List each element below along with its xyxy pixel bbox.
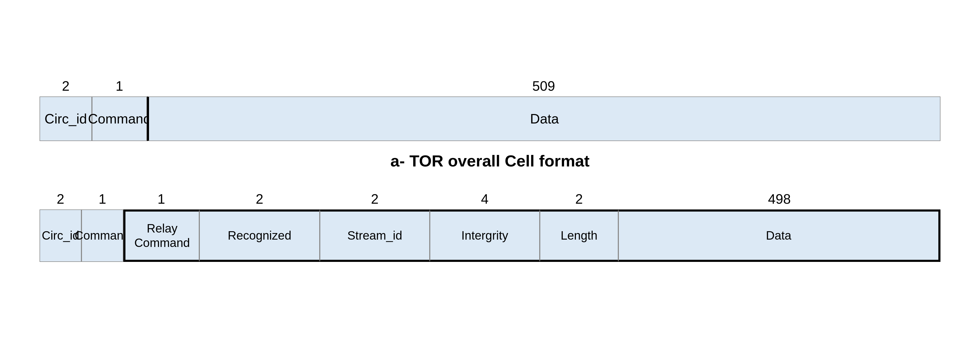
top-command-cell: Command bbox=[92, 96, 147, 141]
top-circ-id-bits-label: 2 bbox=[40, 78, 92, 94]
bot-integrity-bits-label: 4 bbox=[430, 191, 540, 207]
bot-stream-id-bits-label: 2 bbox=[320, 191, 430, 207]
top-circ-id-cell: Circ_id bbox=[40, 96, 92, 141]
bot-stream-id-cell: Stream_id bbox=[320, 209, 430, 262]
bot-data-bits-label: 498 bbox=[618, 191, 940, 207]
top-command-bits-label: 1 bbox=[92, 78, 147, 94]
top-data-bits-label: 509 bbox=[147, 78, 940, 94]
top-bit-labels-row: 2 1 509 bbox=[40, 78, 940, 94]
bot-integrity-cell: Intergrity bbox=[430, 209, 540, 262]
top-cell-row: Circ_id Command Data bbox=[40, 96, 940, 141]
top-diagram-caption: a- TOR overall Cell format bbox=[390, 152, 590, 170]
bot-length-cell: Length bbox=[540, 209, 618, 262]
bot-length-bits-label: 2 bbox=[540, 191, 618, 207]
bottom-diagram-section: 2 1 1 2 2 4 2 498 Circ_id Command Relay … bbox=[40, 191, 940, 262]
bot-data-cell: Data bbox=[618, 209, 940, 262]
bot-relay-command-cell: Relay Command bbox=[123, 209, 199, 262]
bot-command-bits-label: 1 bbox=[81, 191, 123, 207]
main-container: 2 1 509 Circ_id Command Data a- TOR over… bbox=[19, 62, 961, 278]
top-data-cell: Data bbox=[147, 96, 940, 141]
bot-circ-id-bits-label: 2 bbox=[40, 191, 81, 207]
bot-recognized-bits-label: 2 bbox=[199, 191, 320, 207]
bot-command-cell: Command bbox=[81, 209, 123, 262]
bot-relay-cmd-bits-label: 1 bbox=[123, 191, 199, 207]
top-diagram-section: 2 1 509 Circ_id Command Data a- TOR over… bbox=[40, 78, 940, 170]
bottom-bit-labels-row: 2 1 1 2 2 4 2 498 bbox=[40, 191, 940, 207]
bot-recognized-cell: Recognized bbox=[199, 209, 320, 262]
bottom-cell-row: Circ_id Command Relay Command Recognized… bbox=[40, 209, 940, 262]
